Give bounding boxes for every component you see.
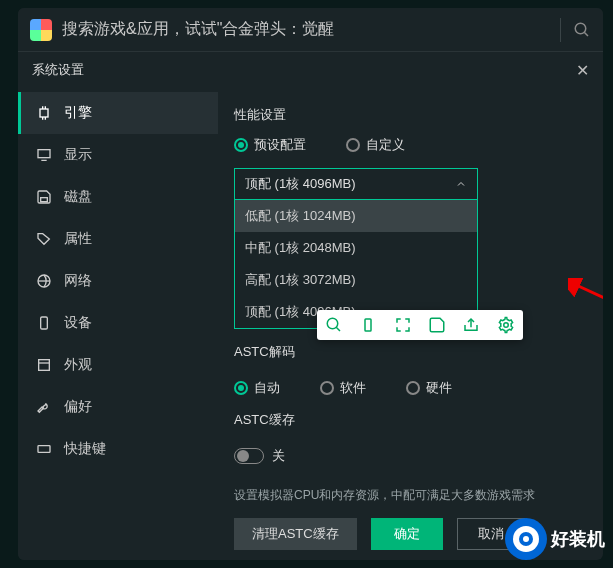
- astc-cache-title: ASTC缓存: [234, 411, 583, 429]
- sidebar-item-label: 引擎: [64, 104, 92, 122]
- sidebar-item-label: 偏好: [64, 398, 92, 416]
- keyboard-icon: [36, 441, 52, 457]
- share-icon[interactable]: [462, 316, 480, 334]
- sidebar-item-label: 快捷键: [64, 440, 106, 458]
- annotation-arrow: [568, 278, 603, 328]
- perf-title: 性能设置: [234, 106, 583, 124]
- dialog-title: 系统设置: [32, 61, 84, 79]
- option-low[interactable]: 低配 (1核 1024MB): [235, 200, 477, 232]
- search-icon[interactable]: [573, 21, 591, 39]
- sidebar-item-engine[interactable]: 引擎: [18, 92, 218, 134]
- svg-rect-9: [41, 198, 48, 202]
- radio-auto[interactable]: 自动: [234, 379, 280, 397]
- switch-off[interactable]: [234, 448, 264, 464]
- radio-preset[interactable]: 预设配置: [234, 136, 306, 154]
- preset-select[interactable]: 顶配 (1核 4096MB): [234, 168, 478, 200]
- sidebar-item-preference[interactable]: 偏好: [18, 386, 218, 428]
- cpu-icon: [36, 105, 52, 121]
- device-icon[interactable]: [359, 316, 377, 334]
- radio-soft[interactable]: 软件: [320, 379, 366, 397]
- watermark-text: 好装机: [551, 527, 605, 551]
- preset-radio-row: 预设配置 自定义: [234, 136, 583, 154]
- sidebar-item-network[interactable]: 网络: [18, 260, 218, 302]
- sidebar-item-property[interactable]: 属性: [18, 218, 218, 260]
- dialog-header: 系统设置 ✕: [18, 52, 603, 88]
- sidebar-item-appearance[interactable]: 外观: [18, 344, 218, 386]
- radio-hard[interactable]: 硬件: [406, 379, 452, 397]
- gear-icon[interactable]: [497, 316, 515, 334]
- phone-icon: [36, 315, 52, 331]
- hint-text: 设置模拟器CPU和内存资源，中配可满足大多数游戏需求: [234, 487, 583, 504]
- astc-decode-row: 自动 软件 硬件: [234, 379, 583, 397]
- wrench-icon: [36, 399, 52, 415]
- divider: [560, 18, 561, 42]
- close-icon[interactable]: ✕: [576, 61, 589, 80]
- chevron-up-icon: [455, 178, 467, 190]
- sidebar-item-shortcut[interactable]: 快捷键: [18, 428, 218, 470]
- sidebar-item-label: 显示: [64, 146, 92, 164]
- sidebar-item-display[interactable]: 显示: [18, 134, 218, 176]
- svg-line-20: [574, 284, 603, 318]
- watermark: 好装机: [505, 518, 605, 560]
- watermark-logo: [505, 518, 547, 560]
- sidebar-item-device[interactable]: 设备: [18, 302, 218, 344]
- disk-icon[interactable]: [428, 316, 446, 334]
- sidebar-item-label: 外观: [64, 356, 92, 374]
- svg-point-21: [327, 318, 338, 329]
- select-value: 顶配 (1核 4096MB): [245, 175, 356, 193]
- sidebar: 引擎 显示 磁盘 属性 网络 设备: [18, 88, 218, 560]
- monitor-icon: [36, 147, 52, 163]
- svg-rect-12: [41, 317, 48, 329]
- svg-point-25: [504, 323, 509, 328]
- svg-rect-23: [365, 319, 371, 331]
- option-high[interactable]: 高配 (1核 3072MB): [235, 264, 477, 296]
- radio-custom[interactable]: 自定义: [346, 136, 405, 154]
- floating-toolbar[interactable]: [317, 310, 523, 340]
- svg-rect-2: [40, 109, 48, 117]
- sidebar-item-label: 网络: [64, 272, 92, 290]
- svg-point-0: [575, 23, 586, 34]
- sidebar-item-label: 磁盘: [64, 188, 92, 206]
- window-icon: [36, 357, 52, 373]
- app-logo: [30, 19, 52, 41]
- clear-cache-button[interactable]: 清理ASTC缓存: [234, 518, 357, 550]
- svg-rect-13: [39, 360, 50, 371]
- fullscreen-icon[interactable]: [394, 316, 412, 334]
- settings-window: 搜索游戏&应用，试试"合金弹头：觉醒 系统设置 ✕ 引擎 显示 磁盘: [18, 8, 603, 560]
- svg-line-22: [336, 327, 340, 331]
- sidebar-item-label: 属性: [64, 230, 92, 248]
- sidebar-item-label: 设备: [64, 314, 92, 332]
- option-mid[interactable]: 中配 (1核 2048MB): [235, 232, 477, 264]
- astc-decode-title: ASTC解码: [234, 343, 583, 361]
- globe-icon: [36, 273, 52, 289]
- svg-rect-15: [38, 446, 50, 453]
- search-input[interactable]: 搜索游戏&应用，试试"合金弹头：觉醒: [62, 19, 548, 40]
- topbar: 搜索游戏&应用，试试"合金弹头：觉醒: [18, 8, 603, 52]
- zoom-icon[interactable]: [325, 316, 343, 334]
- ok-button[interactable]: 确定: [371, 518, 443, 550]
- cache-toggle[interactable]: 关: [234, 447, 583, 465]
- tag-icon: [36, 231, 52, 247]
- svg-line-1: [584, 32, 588, 36]
- svg-rect-7: [38, 150, 50, 158]
- save-icon: [36, 189, 52, 205]
- sidebar-item-disk[interactable]: 磁盘: [18, 176, 218, 218]
